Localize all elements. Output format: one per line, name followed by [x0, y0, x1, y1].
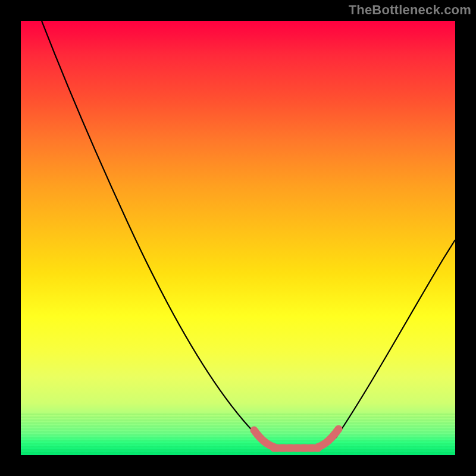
trough-marker-right: [318, 429, 339, 447]
curve-layer: [21, 21, 455, 455]
trough-marker-left: [254, 430, 274, 447]
bottleneck-curve: [42, 21, 455, 448]
attribution-label: TheBottleneck.com: [349, 2, 471, 18]
chart-canvas: TheBottleneck.com: [0, 0, 476, 476]
plot-area: [21, 21, 455, 455]
